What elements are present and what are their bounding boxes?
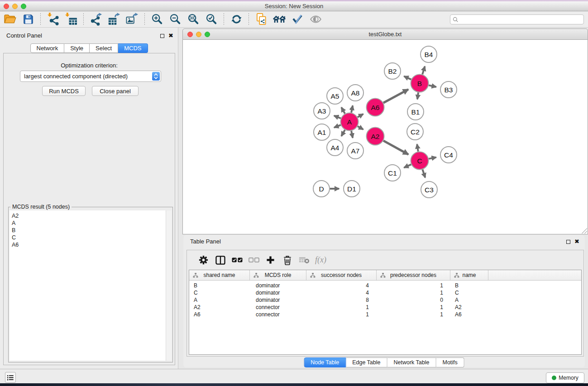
close-table-panel-icon[interactable]: ✖ [574, 239, 579, 244]
table-cell[interactable]: A [450, 296, 488, 304]
optimization-criterion-select[interactable]: largest connected component (directed) [20, 71, 161, 82]
graph-edge-A-A7[interactable] [351, 131, 353, 138]
table-cell[interactable]: 1 [377, 304, 450, 311]
table-cell[interactable]: connector [250, 304, 306, 311]
graph-edge-B-B3[interactable] [429, 85, 436, 87]
toggle-graphics-details-button[interactable] [288, 12, 306, 27]
mcds-result-item[interactable]: A [12, 219, 166, 227]
table-cell[interactable]: B [450, 282, 488, 289]
table-row[interactable]: A2connector11A2 [189, 304, 581, 311]
function-builder-button[interactable]: f(x) [312, 253, 329, 268]
mcds-result-item[interactable]: C [12, 234, 166, 241]
delete-columns-button[interactable] [279, 253, 296, 268]
table-tab-network-table[interactable]: Network Table [387, 357, 436, 367]
graph-node-A5[interactable]: A5 [327, 88, 343, 104]
import-network-button[interactable] [44, 12, 62, 27]
table-cell[interactable]: A6 [189, 311, 250, 318]
table-cell[interactable]: A [189, 296, 250, 304]
show-panels-button[interactable] [5, 372, 16, 383]
table-row[interactable]: Adominator80A [189, 296, 581, 304]
add-column-button[interactable] [262, 253, 279, 268]
split-columns-button[interactable] [212, 253, 229, 268]
graph-node-D[interactable]: D [313, 181, 330, 197]
graph-node-C2[interactable]: C2 [407, 124, 423, 140]
settings-button[interactable] [195, 253, 212, 268]
graph-edge-A-A5[interactable] [341, 107, 345, 114]
float-panel-icon[interactable] [160, 34, 164, 38]
open-session-button[interactable] [1, 12, 19, 27]
graph-edge-B-B2[interactable] [404, 76, 411, 80]
table-cell[interactable]: dominator [250, 289, 306, 296]
search-field[interactable] [450, 14, 584, 24]
export-image-button[interactable] [123, 12, 141, 27]
graph-edge-A-A2[interactable] [358, 126, 363, 129]
graph-node-A6[interactable]: A6 [367, 99, 384, 116]
network-canvas[interactable]: B4B2BB3A5A8A6A3B1AA1C2A2A4A7C4CC1C3DD1 [182, 40, 588, 234]
table-cell[interactable]: B [189, 282, 250, 289]
clone-network-button[interactable] [252, 12, 270, 27]
close-panel-icon[interactable]: ✖ [168, 33, 173, 38]
graph-node-B3[interactable]: B3 [440, 81, 457, 98]
column-header-predecessor-nodes[interactable]: predecessor nodes [377, 270, 450, 280]
graph-edge-A6-B[interactable] [383, 90, 408, 103]
mcds-result-item[interactable]: A2 [12, 212, 166, 219]
column-header-shared-name[interactable]: shared name [189, 270, 250, 280]
table-cell[interactable]: dominator [250, 296, 306, 304]
graph-node-C[interactable]: C [411, 152, 429, 170]
graph-node-C3[interactable]: C3 [421, 181, 437, 198]
graph-node-A8[interactable]: A8 [347, 85, 363, 101]
select-all-columns-button[interactable] [229, 253, 245, 268]
graph-node-B[interactable]: B [411, 75, 429, 92]
mcds-result-list[interactable]: A2ABCA6 [10, 210, 166, 361]
table-tab-motifs[interactable]: Motifs [436, 357, 464, 367]
graph-node-A1[interactable]: A1 [314, 124, 330, 140]
graph-node-A4[interactable]: A4 [327, 139, 343, 156]
graph-node-A7[interactable]: A7 [347, 143, 363, 159]
mcds-result-item[interactable]: B [12, 227, 166, 234]
zoom-in-button[interactable] [148, 12, 166, 27]
table-cell[interactable]: 1 [377, 289, 450, 296]
graph-edge-A2-C[interactable] [383, 141, 408, 154]
graph-node-A2[interactable]: A2 [367, 128, 384, 145]
table-cell[interactable]: connector [250, 311, 306, 318]
table-row[interactable]: Cdominator41C [189, 289, 581, 296]
import-table-button[interactable] [62, 12, 80, 27]
graph-node-B2[interactable]: B2 [384, 63, 401, 79]
table-cell[interactable]: 1 [377, 311, 450, 318]
zoom-out-button[interactable] [166, 12, 184, 27]
export-network-button[interactable] [87, 12, 105, 27]
table-cell[interactable]: 8 [306, 296, 377, 304]
table-cell[interactable]: 0 [377, 296, 450, 304]
close-panel-button[interactable]: Close panel [92, 86, 139, 96]
column-header-name[interactable]: name [450, 270, 488, 280]
graph-edge-A-A6[interactable] [358, 114, 363, 117]
mcds-result-item[interactable]: A6 [12, 241, 166, 248]
graph-node-C4[interactable]: C4 [440, 147, 457, 163]
export-table-button[interactable] [105, 12, 123, 27]
table-cell[interactable]: dominator [250, 282, 306, 289]
zoom-fit-button[interactable] [184, 12, 202, 27]
table-cell[interactable]: 4 [306, 282, 377, 289]
run-mcds-button[interactable]: Run MCDS [42, 86, 86, 96]
column-header-MCDS-role[interactable]: MCDS role [250, 270, 306, 280]
network-graph[interactable]: B4B2BB3A5A8A6A3B1AA1C2A2A4A7C4CC1C3DD1 [183, 40, 588, 234]
control-tab-mcds[interactable]: MCDS [118, 43, 148, 53]
table-row[interactable]: Bdominator41B [189, 282, 581, 289]
table-cell[interactable]: 1 [306, 311, 377, 318]
network-window-titlebar[interactable]: testGlobe.txt [182, 29, 588, 40]
table-cell[interactable]: A2 [189, 304, 250, 311]
graph-edge-C-C4[interactable] [429, 157, 436, 159]
home-button[interactable] [270, 12, 288, 27]
graph-edge-A-A8[interactable] [351, 105, 353, 113]
save-session-button[interactable] [19, 12, 37, 27]
table-cell[interactable]: A2 [450, 304, 488, 311]
graph-node-B1[interactable]: B1 [407, 104, 424, 120]
graph-node-A3[interactable]: A3 [314, 103, 330, 119]
table-tab-edge-table[interactable]: Edge Table [346, 357, 387, 367]
graph-node-D1[interactable]: D1 [344, 181, 360, 197]
graph-edge-A-A3[interactable] [334, 116, 341, 119]
refresh-button[interactable] [227, 12, 245, 27]
table-cell[interactable]: C [189, 289, 250, 296]
eye-button[interactable] [306, 12, 325, 27]
control-tab-select[interactable]: Select [90, 43, 118, 53]
